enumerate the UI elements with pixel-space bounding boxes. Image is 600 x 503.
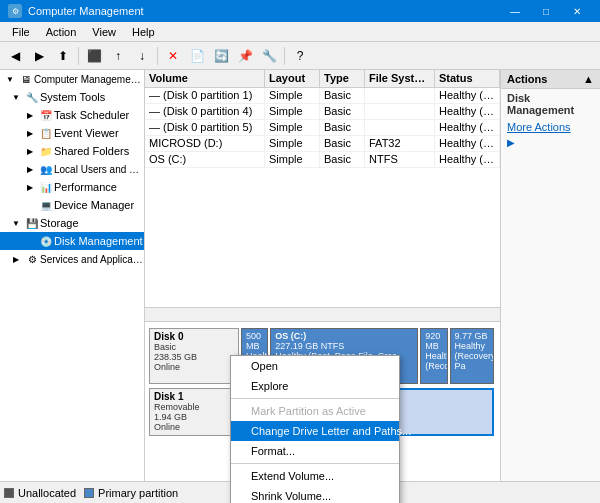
table-row[interactable]: — (Disk 0 partition 4) Simple Basic Heal… (145, 104, 500, 120)
cell-layout: Simple (265, 104, 320, 119)
sidebar-label-computer: Computer Management (Loca (34, 74, 144, 85)
storage-icon: 💾 (24, 216, 40, 230)
legend-unallocated-label: Unallocated (18, 487, 76, 499)
toolbar-up[interactable]: ⬆ (52, 45, 74, 67)
disk-0-info: Disk 0 Basic 238.35 GB Online (149, 328, 239, 384)
table-row[interactable]: — (Disk 0 partition 1) Simple Basic Heal… (145, 88, 500, 104)
toolbar-up2[interactable]: ↑ (107, 45, 129, 67)
expand-event-viewer[interactable]: ▶ (22, 125, 38, 141)
actions-more-actions[interactable]: More Actions (501, 119, 600, 135)
toolbar-export[interactable]: 📌 (234, 45, 256, 67)
legend-primary-box (84, 488, 94, 498)
expand-system-tools[interactable]: ▼ (8, 89, 24, 105)
toolbar-back[interactable]: ◀ (4, 45, 26, 67)
app-icon: ⚙ (8, 4, 22, 18)
sidebar-item-computer[interactable]: ▼ 🖥 Computer Management (Loca (0, 70, 144, 88)
actions-collapse-icon[interactable]: ▲ (583, 73, 594, 85)
expand-task-scheduler[interactable]: ▶ (22, 107, 38, 123)
cell-volume: MICROSD (D:) (145, 136, 265, 151)
sidebar-item-device-manager[interactable]: ▶ 💻 Device Manager (0, 196, 144, 214)
horizontal-scrollbar[interactable] (145, 307, 500, 321)
table-row[interactable]: OS (C:) Simple Basic NTFS Healthy (Boot,… (145, 152, 500, 168)
table-header: Volume Layout Type File System Status (145, 70, 500, 88)
disk-1-label: Disk 1 (154, 391, 234, 402)
ctx-mark-active[interactable]: Mark Partition as Active (231, 401, 399, 421)
toolbar-down[interactable]: ↓ (131, 45, 153, 67)
menu-view[interactable]: View (84, 24, 124, 40)
cell-status: Healthy (Recovery Partition) (435, 104, 500, 119)
disk-0-status: Online (154, 362, 234, 372)
cell-type: Basic (320, 120, 365, 135)
window-controls: — □ ✕ (500, 0, 592, 22)
partition-0-3[interactable]: 9.77 GB Healthy (Recovery Pa (450, 328, 495, 384)
services-icon: ⚙ (24, 252, 40, 266)
maximize-button[interactable]: □ (531, 0, 561, 22)
expand-performance[interactable]: ▶ (22, 179, 38, 195)
actions-title: Actions (507, 73, 547, 85)
col-layout[interactable]: Layout (265, 70, 320, 87)
ctx-extend[interactable]: Extend Volume... (231, 466, 399, 486)
sidebar-item-system-tools[interactable]: ▼ 🔧 System Tools (0, 88, 144, 106)
minimize-button[interactable]: — (500, 0, 530, 22)
menu-bar: File Action View Help (0, 22, 600, 42)
sidebar-label-event-viewer: Event Viewer (54, 127, 119, 139)
ctx-change-drive[interactable]: Change Drive Letter and Paths... (231, 421, 399, 441)
disk-0-size: 238.35 GB (154, 352, 234, 362)
expand-computer[interactable]: ▼ (2, 71, 18, 87)
toolbar-forward[interactable]: ▶ (28, 45, 50, 67)
expand-services[interactable]: ▶ (8, 251, 24, 267)
legend-unallocated: Unallocated (4, 487, 76, 499)
cell-type: Basic (320, 136, 365, 151)
ctx-shrink[interactable]: Shrink Volume... (231, 486, 399, 503)
partition-0-2[interactable]: 920 MB Healthy (Recov (420, 328, 447, 384)
menu-file[interactable]: File (4, 24, 38, 40)
col-type[interactable]: Type (320, 70, 365, 87)
table-row[interactable]: MICROSD (D:) Simple Basic FAT32 Healthy … (145, 136, 500, 152)
toolbar-delete[interactable]: ✕ (162, 45, 184, 67)
context-menu: Open Explore Mark Partition as Active Ch… (230, 355, 400, 503)
sidebar-item-services[interactable]: ▶ ⚙ Services and Applications (0, 250, 144, 268)
table-row[interactable]: — (Disk 0 partition 5) Simple Basic Heal… (145, 120, 500, 136)
col-volume[interactable]: Volume (145, 70, 265, 87)
disk-1-info: Disk 1 Removable 1.94 GB Online (149, 388, 239, 436)
disk-1-size: 1.94 GB (154, 412, 234, 422)
menu-action[interactable]: Action (38, 24, 85, 40)
sidebar-item-task-scheduler[interactable]: ▶ 📅 Task Scheduler (0, 106, 144, 124)
actions-more-icon: ▶ (507, 137, 515, 148)
toolbar-sep-3 (284, 47, 285, 65)
ctx-open[interactable]: Open (231, 356, 399, 376)
cell-fs: NTFS (365, 152, 435, 167)
ctx-explore[interactable]: Explore (231, 376, 399, 396)
toolbar-refresh[interactable]: 🔄 (210, 45, 232, 67)
expand-storage[interactable]: ▼ (8, 215, 24, 231)
sidebar-label-disk-management: Disk Management (54, 235, 143, 247)
sidebar-item-performance[interactable]: ▶ 📊 Performance (0, 178, 144, 196)
cell-layout: Simple (265, 120, 320, 135)
toolbar-show-hide[interactable]: ⬛ (83, 45, 105, 67)
menu-help[interactable]: Help (124, 24, 163, 40)
sidebar-item-shared-folders[interactable]: ▶ 📁 Shared Folders (0, 142, 144, 160)
sidebar-item-event-viewer[interactable]: ▶ 📋 Event Viewer (0, 124, 144, 142)
toolbar-properties[interactable]: 📄 (186, 45, 208, 67)
expand-local-users[interactable]: ▶ (22, 161, 38, 177)
local-users-icon: 👥 (38, 162, 54, 176)
toolbar-help[interactable]: ? (289, 45, 311, 67)
sidebar-item-storage[interactable]: ▼ 💾 Storage (0, 214, 144, 232)
toolbar-settings[interactable]: 🔧 (258, 45, 280, 67)
system-tools-icon: 🔧 (24, 90, 40, 104)
col-filesystem[interactable]: File System (365, 70, 435, 87)
disk-1-type: Removable (154, 402, 234, 412)
sidebar-item-disk-management[interactable]: ▶ 💿 Disk Management (0, 232, 144, 250)
ctx-format[interactable]: Format... (231, 441, 399, 461)
disk-1-status: Online (154, 422, 234, 432)
disk-management-icon: 💿 (38, 234, 54, 248)
cell-fs (365, 120, 435, 135)
expand-shared-folders[interactable]: ▶ (22, 143, 38, 159)
cell-type: Basic (320, 104, 365, 119)
sidebar-item-local-users[interactable]: ▶ 👥 Local Users and Groups (0, 160, 144, 178)
event-viewer-icon: 📋 (38, 126, 54, 140)
cell-volume: — (Disk 0 partition 5) (145, 120, 265, 135)
col-status[interactable]: Status (435, 70, 500, 87)
cell-status: Healthy (Primary Partition) (435, 136, 500, 151)
close-button[interactable]: ✕ (562, 0, 592, 22)
